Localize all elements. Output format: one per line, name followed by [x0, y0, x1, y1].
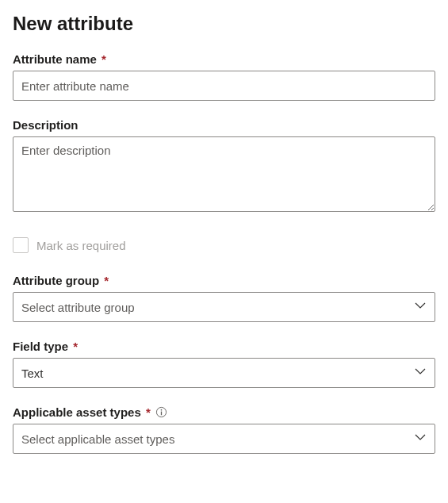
attribute-group-select[interactable]: Select attribute group [13, 292, 435, 322]
required-asterisk: * [73, 340, 78, 353]
attribute-group-label: Attribute group * [13, 274, 435, 287]
applicable-asset-types-group: Applicable asset types * Select applicab… [13, 405, 435, 454]
attribute-group-group: Attribute group * Select attribute group [13, 274, 435, 322]
applicable-asset-types-label: Applicable asset types * [13, 405, 151, 419]
required-asterisk: * [101, 52, 106, 66]
attribute-group-select-wrapper: Select attribute group [13, 292, 435, 322]
mark-required-label: Mark as required [36, 239, 126, 252]
info-icon[interactable] [155, 406, 167, 418]
field-type-select-wrapper: Text [13, 358, 435, 388]
attribute-name-label: Attribute name * [13, 52, 435, 66]
field-type-label-text: Field type [13, 340, 68, 353]
mark-required-row: Mark as required [13, 237, 435, 253]
mark-required-checkbox[interactable] [13, 237, 29, 253]
description-label: Description [13, 118, 435, 132]
description-input[interactable] [13, 136, 435, 212]
svg-point-1 [160, 409, 162, 411]
required-asterisk: * [146, 405, 151, 419]
field-type-select[interactable]: Text [13, 358, 435, 388]
applicable-asset-types-select[interactable]: Select applicable asset types [13, 424, 435, 454]
page-title: New attribute [13, 13, 435, 35]
attribute-group-label-text: Attribute group [13, 274, 99, 287]
description-group: Description [13, 118, 435, 215]
attribute-name-label-text: Attribute name [13, 52, 97, 66]
svg-rect-2 [161, 412, 162, 416]
attribute-name-input[interactable] [13, 71, 435, 101]
applicable-asset-types-label-row: Applicable asset types * [13, 405, 435, 419]
field-type-group: Field type * Text [13, 340, 435, 388]
applicable-asset-types-label-text: Applicable asset types [13, 405, 141, 419]
attribute-name-group: Attribute name * [13, 52, 435, 101]
applicable-asset-types-select-wrapper: Select applicable asset types [13, 424, 435, 454]
field-type-label: Field type * [13, 340, 435, 353]
required-asterisk: * [104, 274, 109, 287]
